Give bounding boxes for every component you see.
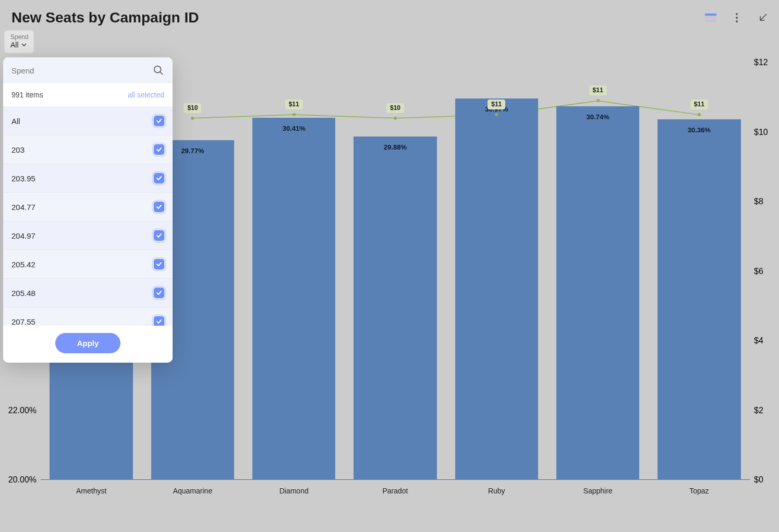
filter-chip-label: Spend — [10, 33, 29, 41]
svg-point-6 — [736, 20, 738, 22]
dropdown-option[interactable]: 205.42 — [3, 250, 173, 279]
line-point[interactable] — [394, 117, 397, 120]
more-menu-button[interactable] — [731, 12, 743, 23]
line-point[interactable] — [495, 113, 498, 116]
checkbox-checked-icon[interactable] — [154, 230, 164, 241]
checkbox-checked-icon[interactable] — [154, 202, 164, 212]
x-tick-label: Topaz — [689, 480, 709, 495]
page-title: New Seats by Campaign ID — [11, 9, 199, 26]
search-icon[interactable] — [153, 65, 164, 76]
line-point[interactable] — [293, 113, 296, 116]
y-right-tick-label: $4 — [750, 336, 763, 345]
dropdown-option-label: 203.95 — [11, 174, 35, 183]
y-right-tick-label: $12 — [750, 58, 768, 67]
line-point-label: $11 — [690, 100, 708, 109]
filter-chip-spend[interactable]: Spend All — [4, 30, 34, 53]
y-left-tick-label: 22.00% — [8, 406, 41, 415]
svg-point-4 — [736, 13, 738, 15]
dropdown-search-row — [3, 57, 173, 83]
dropdown-option-label: 205.48 — [11, 289, 35, 298]
dropdown-option[interactable]: 204.97 — [3, 221, 173, 250]
x-tick-label: Sapphire — [583, 480, 613, 495]
line-point-label: $11 — [285, 100, 303, 109]
card-header: New Seats by Campaign ID — [11, 9, 769, 26]
table-view-button[interactable] — [705, 12, 716, 23]
dropdown-option[interactable]: 207.55 — [3, 307, 173, 326]
line-point[interactable] — [191, 117, 194, 120]
filter-chip-value: All — [10, 41, 29, 49]
bar[interactable] — [455, 98, 538, 480]
bar[interactable] — [354, 137, 436, 480]
x-tick-label: Diamond — [279, 480, 309, 495]
dropdown-option-label: 204.97 — [11, 231, 35, 240]
checkbox-checked-icon[interactable] — [154, 316, 164, 326]
svg-point-7 — [154, 66, 161, 73]
dropdown-option[interactable]: 205.48 — [3, 279, 173, 307]
dropdown-status-row: 991 items all selected — [3, 83, 173, 107]
expand-button[interactable] — [757, 12, 769, 23]
y-left-tick-label: 20.00% — [8, 475, 41, 485]
line-point-label: $11 — [488, 100, 505, 109]
dropdown-list[interactable]: All203203.95204.77204.97205.42205.48207.… — [3, 107, 173, 326]
expand-arrow-icon — [758, 13, 768, 23]
chevron-down-icon — [21, 42, 27, 48]
table-icon — [705, 14, 716, 22]
line-point[interactable] — [698, 113, 701, 116]
dropdown-apply-row: Apply — [3, 326, 173, 363]
bar-value-label: 30.41% — [252, 125, 335, 132]
svg-rect-2 — [705, 18, 716, 20]
dropdown-option[interactable]: 203.95 — [3, 164, 173, 193]
dropdown-option[interactable]: 204.77 — [3, 193, 173, 221]
dropdown-option-label: 205.42 — [11, 260, 35, 269]
bar[interactable] — [252, 118, 335, 480]
checkbox-checked-icon[interactable] — [154, 144, 164, 155]
bar-value-label: 30.74% — [556, 113, 639, 121]
dropdown-option-label: 203 — [11, 145, 25, 154]
bar[interactable] — [658, 119, 740, 480]
line-point-label: $10 — [184, 103, 201, 113]
y-right-tick-label: $10 — [750, 128, 768, 137]
header-actions — [705, 12, 769, 23]
y-right-tick-label: $0 — [750, 475, 763, 485]
line-point[interactable] — [597, 99, 600, 102]
line-point-label: $10 — [386, 103, 404, 113]
svg-point-5 — [736, 17, 738, 19]
checkbox-checked-icon[interactable] — [154, 259, 164, 269]
bar[interactable] — [556, 106, 639, 480]
apply-button[interactable]: Apply — [55, 333, 121, 353]
line-point-label: $11 — [589, 85, 607, 95]
svg-rect-0 — [705, 14, 716, 16]
bar-value-label: 30.36% — [658, 126, 740, 134]
dropdown-option-label: 207.55 — [11, 317, 35, 326]
kebab-icon — [735, 13, 738, 23]
dropdown-option[interactable]: All — [3, 107, 173, 135]
y-right-tick-label: $2 — [750, 406, 763, 415]
x-tick-label: Amethyst — [76, 480, 106, 495]
dropdown-option-label: 204.77 — [11, 203, 35, 212]
svg-rect-1 — [705, 16, 716, 18]
x-tick-label: Ruby — [488, 480, 505, 495]
y-right-tick-label: $6 — [750, 267, 763, 276]
x-tick-label: Aquamarine — [173, 480, 213, 495]
checkbox-checked-icon[interactable] — [154, 288, 164, 298]
checkbox-checked-icon[interactable] — [154, 116, 164, 126]
dropdown-option[interactable]: 203 — [3, 135, 173, 164]
filter-dropdown: 991 items all selected All203203.95204.7… — [3, 57, 173, 363]
dropdown-search-input[interactable] — [11, 66, 153, 75]
x-tick-label: Paradot — [382, 480, 408, 495]
svg-rect-3 — [705, 20, 716, 22]
checkbox-checked-icon[interactable] — [154, 173, 164, 183]
y-right-tick-label: $8 — [750, 197, 763, 206]
dropdown-option-label: All — [11, 117, 20, 126]
bar-value-label: 29.88% — [354, 143, 436, 151]
dropdown-item-count: 991 items — [11, 91, 43, 99]
dropdown-select-all-link[interactable]: all selected — [128, 91, 164, 99]
